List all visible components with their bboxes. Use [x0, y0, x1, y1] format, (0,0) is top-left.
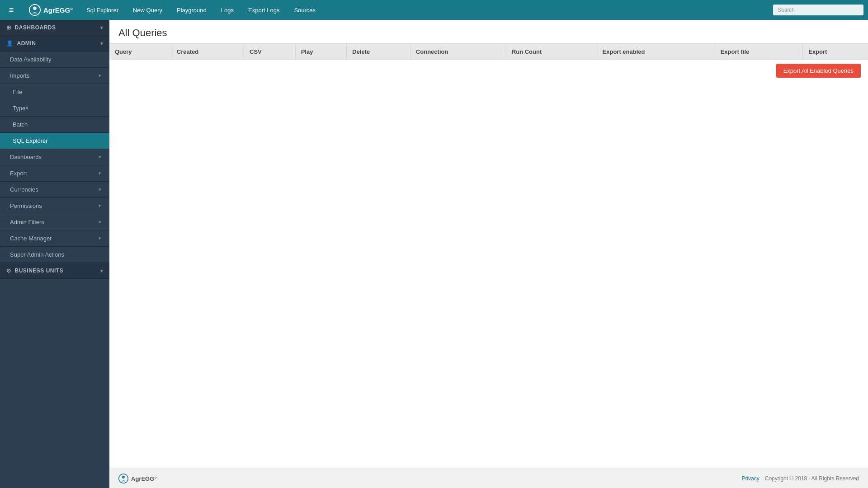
cache-manager-chevron-icon: ▾	[99, 235, 101, 241]
sidebar-item-types[interactable]: Types	[0, 100, 109, 117]
queries-table-wrapper: Query Created CSV Play Delete Connection…	[109, 43, 868, 60]
page-footer: AgrEGG° Privacy Copyright © 2018 · All R…	[109, 469, 868, 488]
footer-copyright: Copyright © 2018 · All Rights Reserved	[765, 475, 859, 482]
dashboards-label: DASHBOARDS	[15, 24, 56, 31]
business-units-icon: ⊙	[6, 267, 11, 274]
footer-logo-icon	[118, 474, 128, 483]
logo-text: AgrEGG°	[43, 6, 73, 14]
sidebar-item-batch[interactable]: Batch	[0, 117, 109, 133]
layout: ⊞ DASHBOARDS ▾ 👤 ADMIN ▾ Data Availabili…	[0, 20, 868, 488]
sidebar-item-imports-label: Imports	[10, 72, 29, 79]
sidebar-item-export-label: Export	[10, 170, 27, 177]
search-input[interactable]	[773, 5, 863, 15]
sidebar-item-data-availability[interactable]: Data Availability	[0, 52, 109, 68]
nav-links: Sql ExplorerNew QueryPlaygroundLogsExpor…	[79, 0, 323, 20]
search-box	[773, 5, 863, 15]
col-header-export: Export	[803, 44, 868, 60]
col-header-created: Created	[171, 44, 244, 60]
business-units-label: BUSINESS UNITS	[15, 267, 64, 274]
sidebar-item-admin-filters-label: Admin Filters	[10, 219, 44, 225]
logo[interactable]: AgrEGG°	[23, 4, 79, 16]
nav-link-playground[interactable]: Playground	[170, 0, 214, 20]
top-navigation: ≡ AgrEGG° Sql ExplorerNew QueryPlaygroun…	[0, 0, 868, 20]
sidebar-item-sql-explorer[interactable]: SQL Explorer	[0, 133, 109, 149]
footer-right: Privacy Copyright © 2018 · All Rights Re…	[741, 475, 859, 482]
admin-chevron-icon: ▾	[100, 41, 104, 47]
col-header-run-count: Run Count	[506, 44, 597, 60]
admin-label: ADMIN	[17, 40, 36, 47]
nav-link-logs[interactable]: Logs	[214, 0, 241, 20]
svg-point-3	[122, 476, 125, 479]
sidebar-item-types-label: Types	[13, 105, 28, 112]
col-header-csv: CSV	[244, 44, 296, 60]
sidebar-item-sql-explorer-label: SQL Explorer	[13, 137, 48, 144]
sidebar-item-super-admin-actions[interactable]: Super Admin Actions	[0, 247, 109, 263]
svg-point-1	[33, 7, 36, 10]
dashboards-item-chevron-icon: ▾	[99, 154, 101, 160]
hamburger-menu-button[interactable]: ≡	[0, 0, 23, 20]
business-units-chevron-icon: ▾	[100, 268, 104, 274]
sidebar-item-super-admin-actions-label: Super Admin Actions	[10, 251, 64, 258]
dashboards-chevron-icon: ▾	[100, 25, 104, 31]
export-btn-row: Export All Enabled Queries	[109, 60, 868, 81]
sidebar-item-currencies[interactable]: Currencies ▾	[0, 182, 109, 198]
sidebar-section-business-units[interactable]: ⊙ BUSINESS UNITS ▾	[0, 263, 109, 279]
sidebar-item-batch-label: Batch	[13, 121, 28, 128]
main-content: All Queries Query Created CSV Play Delet…	[109, 20, 868, 488]
sidebar-item-dashboards-label: Dashboards	[10, 154, 42, 160]
page-title-bar: All Queries	[109, 20, 868, 43]
sidebar-item-admin-filters[interactable]: Admin Filters ▾	[0, 214, 109, 230]
currencies-chevron-icon: ▾	[99, 187, 101, 192]
sidebar-item-cache-manager[interactable]: Cache Manager ▾	[0, 230, 109, 247]
sidebar-item-export[interactable]: Export ▾	[0, 165, 109, 182]
sidebar-item-imports[interactable]: Imports ▾	[0, 68, 109, 84]
admin-filters-chevron-icon: ▾	[99, 219, 101, 225]
footer-logo: AgrEGG°	[118, 474, 156, 483]
queries-table: Query Created CSV Play Delete Connection…	[109, 43, 868, 60]
export-all-enabled-queries-button[interactable]: Export All Enabled Queries	[776, 64, 861, 78]
sidebar: ⊞ DASHBOARDS ▾ 👤 ADMIN ▾ Data Availabili…	[0, 20, 109, 488]
col-header-query: Query	[109, 44, 171, 60]
sidebar-item-dashboards[interactable]: Dashboards ▾	[0, 149, 109, 165]
sidebar-section-dashboards[interactable]: ⊞ DASHBOARDS ▾	[0, 20, 109, 36]
admin-user-icon: 👤	[6, 40, 14, 47]
sidebar-item-currencies-label: Currencies	[10, 186, 38, 193]
sidebar-item-file[interactable]: File	[0, 84, 109, 100]
sidebar-item-file-label: File	[13, 89, 22, 95]
footer-logo-text: AgrEGG°	[131, 475, 156, 482]
export-chevron-icon: ▾	[99, 170, 101, 176]
sidebar-item-permissions-label: Permissions	[10, 202, 42, 209]
col-header-play: Play	[295, 44, 347, 60]
nav-link-sources[interactable]: Sources	[287, 0, 323, 20]
col-header-delete: Delete	[347, 44, 410, 60]
col-header-export-file: Export file	[715, 44, 803, 60]
dashboards-grid-icon: ⊞	[6, 24, 11, 31]
permissions-chevron-icon: ▾	[99, 203, 101, 209]
page-title: All Queries	[118, 27, 859, 39]
sidebar-section-admin[interactable]: 👤 ADMIN ▾	[0, 36, 109, 52]
nav-link-export-logs[interactable]: Export Logs	[241, 0, 287, 20]
sidebar-item-cache-manager-label: Cache Manager	[10, 235, 52, 242]
table-header-row: Query Created CSV Play Delete Connection…	[109, 44, 868, 60]
hamburger-icon: ≡	[9, 5, 14, 15]
imports-chevron-icon: ▾	[99, 73, 101, 79]
col-header-export-enabled: Export enabled	[597, 44, 715, 60]
nav-link-sql-explorer[interactable]: Sql Explorer	[79, 0, 126, 20]
logo-icon	[29, 4, 41, 16]
col-header-connection: Connection	[410, 44, 506, 60]
footer-privacy-link[interactable]: Privacy	[741, 475, 759, 482]
nav-link-new-query[interactable]: New Query	[126, 0, 170, 20]
sidebar-item-data-availability-label: Data Availability	[10, 56, 52, 63]
sidebar-item-permissions[interactable]: Permissions ▾	[0, 198, 109, 214]
